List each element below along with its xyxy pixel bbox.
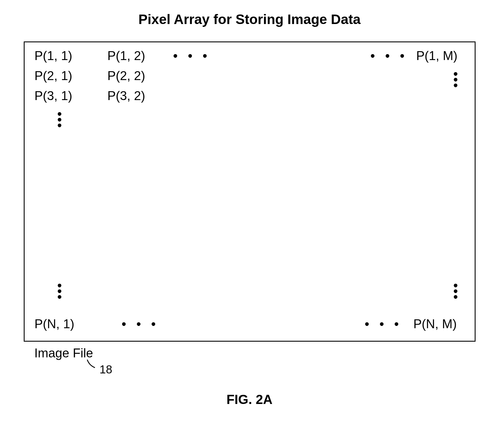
vdots-lower-right: ••• [454, 282, 458, 299]
hdots-bottom-left: • • • [122, 317, 159, 331]
cell-p12: P(1, 2) [108, 49, 145, 63]
cell-pnm: P(N, M) [413, 317, 457, 331]
hdots-row1-right: • • • [371, 49, 408, 63]
cell-p21: P(2, 1) [35, 69, 72, 83]
vdots-lower-left: ••• [57, 282, 62, 299]
pixel-array-box: P(1, 1) P(1, 2) • • • • • • P(1, M) P(2,… [24, 41, 476, 342]
hdots-bottom-right: • • • [365, 317, 402, 331]
cell-p1m: P(1, M) [416, 49, 458, 63]
vdots-upper-left: ••• [57, 111, 62, 128]
cell-pn1: P(N, 1) [35, 317, 74, 331]
cell-p31: P(3, 1) [35, 89, 72, 103]
vdots-top-right: ••• [454, 71, 458, 88]
figure-label: FIG. 2A [11, 392, 488, 407]
cell-p32: P(3, 2) [108, 89, 145, 103]
cell-p22: P(2, 2) [108, 69, 145, 83]
image-file-label: Image File [34, 346, 488, 360]
diagram-title: Pixel Array for Storing Image Data [11, 11, 488, 27]
hdots-row1-left: • • • [173, 49, 211, 63]
reference-number: 18 [100, 363, 112, 376]
cell-p11: P(1, 1) [35, 49, 72, 63]
leader-line-icon [86, 359, 97, 371]
reference-wrapper: 18 [86, 359, 488, 376]
